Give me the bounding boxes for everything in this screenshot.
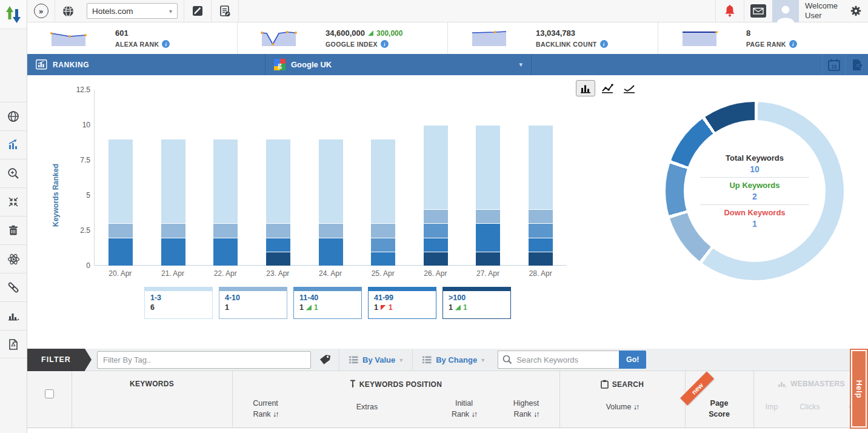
user-avatar[interactable] — [772, 0, 799, 22]
legend-box->100[interactable]: >10011 — [442, 287, 511, 319]
keywords-table-header: KEYWORDS KEYWORDS POSITION Current Rank … — [27, 371, 868, 428]
svg-text:15: 15 — [831, 63, 837, 69]
date-range-button[interactable]: 15 — [822, 54, 845, 75]
divider — [238, 0, 239, 22]
bar-chart-icon — [7, 309, 20, 323]
y-tick-label: 10 — [62, 121, 90, 129]
sidebar-item-backlinks[interactable] — [0, 273, 27, 301]
gear-icon — [849, 4, 863, 18]
highest-rank-column[interactable]: Highest Rank ↓↑ — [493, 398, 559, 420]
stat-backlink-count: 13,034,783 BACKLINK COUNTi — [448, 22, 658, 54]
down-keywords-label: Down Keywords — [700, 208, 809, 217]
info-icon[interactable]: i — [789, 40, 797, 48]
stat-value: 13,034,783 — [536, 29, 608, 38]
bar-chart-toggle[interactable] — [576, 80, 595, 96]
bar-segment-41-99 — [424, 238, 448, 252]
app-logo[interactable] — [0, 0, 27, 29]
stacked-bar[interactable] — [529, 125, 553, 266]
person-silhouette-icon — [775, 4, 796, 22]
y-axis-ticks: 02.557.51012.5 — [62, 90, 90, 266]
sidebar-item-compare[interactable] — [0, 187, 27, 216]
google-index-sparkline — [261, 29, 298, 48]
keywords-donut-chart: Total Keywords 10 Up Keywords 2 Down Key… — [666, 102, 844, 280]
bar-chart-icon — [579, 83, 592, 94]
y-tick-label: 12.5 — [62, 86, 90, 94]
volume-column[interactable]: Volume ↓↑ — [559, 401, 685, 412]
go-button[interactable]: Go! — [619, 351, 646, 369]
sidebar-item-pdf-export[interactable] — [0, 330, 27, 358]
sidebar-item-domains[interactable] — [0, 102, 27, 130]
tag-filter-button[interactable] — [311, 349, 339, 371]
legend-box-11-40[interactable]: 11-4011 — [293, 287, 362, 319]
bar-segment-4-10 — [161, 223, 185, 237]
export-button[interactable] — [845, 54, 868, 75]
sort-icon: ↓↑ — [633, 403, 639, 411]
info-icon[interactable]: i — [162, 40, 170, 48]
keywords-column-header[interactable]: KEYWORDS — [72, 380, 232, 388]
legend-box-4-10[interactable]: 4-101 — [219, 287, 287, 319]
edit-report-button[interactable] — [212, 0, 238, 22]
sidebar-item-keyword-research[interactable] — [0, 159, 27, 187]
bar-segment-1-3 — [476, 125, 500, 209]
notifications-button[interactable] — [716, 0, 744, 22]
page-score-column[interactable]: Page Score — [685, 398, 753, 420]
ranking-panel-icon — [36, 59, 47, 70]
sort-by-change-dropdown[interactable]: By Change ▾ — [413, 349, 494, 371]
bar-segment-41-99 — [529, 238, 553, 252]
settings-button[interactable] — [844, 0, 868, 22]
info-icon[interactable]: i — [600, 40, 608, 48]
stats-row: 601 ALEXA RANKi 34,600,000 300,000 GOOGL… — [27, 22, 868, 54]
expand-menu-button[interactable]: » — [27, 0, 55, 22]
info-icon[interactable]: i — [381, 40, 389, 48]
sort-icon: ↓↑ — [472, 410, 477, 418]
legend-range: >100 — [449, 294, 505, 302]
filter-bar: FILTER By Value ▾ By Change ▾ Go! — [27, 349, 868, 371]
clipboard-icon — [601, 380, 609, 389]
up-triangle-icon — [306, 305, 312, 310]
sidebar-item-ranking[interactable] — [0, 130, 27, 159]
line-chart-toggle[interactable] — [598, 80, 617, 96]
sidebar-item-trash[interactable] — [0, 216, 27, 244]
trend-chart-toggle[interactable] — [619, 80, 639, 96]
page-rank-sparkline — [681, 29, 719, 48]
impressions-column[interactable]: Imp — [755, 401, 789, 412]
stacked-bar[interactable] — [161, 139, 185, 266]
stacked-bar[interactable] — [109, 139, 133, 266]
stacked-bar[interactable] — [476, 125, 500, 266]
chevron-down-icon: ▾ — [399, 357, 402, 363]
stacked-bar[interactable] — [213, 139, 238, 266]
bar-segment-11-40 — [529, 223, 553, 237]
stacked-bar[interactable] — [266, 139, 290, 266]
current-rank-column[interactable]: Current Rank ↓↑ — [232, 398, 299, 420]
x-tick-label: 26. Apr — [409, 269, 462, 278]
x-tick-label: 24. Apr — [304, 269, 357, 278]
envelope-icon — [750, 4, 766, 18]
y-tick-label: 7.5 — [62, 156, 90, 164]
legend-box-41-99[interactable]: 41-9911 — [368, 287, 436, 319]
up-keywords-label: Up Keywords — [700, 181, 809, 190]
site-globe-button[interactable] — [55, 0, 81, 22]
project-select[interactable]: Hotels.com ▾ — [87, 3, 178, 19]
messages-button[interactable] — [744, 0, 772, 22]
select-all-checkbox[interactable] — [45, 389, 54, 398]
clicks-column[interactable]: Clicks — [790, 401, 830, 412]
legend-box-1-3[interactable]: 1-36 — [144, 287, 213, 319]
stacked-bar[interactable] — [424, 125, 448, 266]
help-tab[interactable]: Help — [850, 349, 868, 429]
search-keywords-input[interactable] — [498, 351, 619, 369]
filter-by-tag-input[interactable] — [97, 351, 311, 369]
edit-project-button[interactable] — [184, 0, 211, 22]
ranking-chart-section: Keywords Ranked 02.557.51012.5 20. Apr21… — [27, 75, 868, 349]
stat-page-rank: 8 PAGE RANKi — [658, 22, 868, 54]
sort-by-value-dropdown[interactable]: By Value ▾ — [339, 349, 412, 371]
atom-icon — [7, 252, 21, 266]
sidebar-item-analysis[interactable] — [0, 244, 27, 273]
initial-rank-column[interactable]: Initial Rank ↓↑ — [435, 398, 493, 420]
stacked-bar[interactable] — [371, 139, 395, 266]
legend-value: 1 — [225, 303, 229, 312]
bar-segment-41-99 — [161, 238, 185, 266]
search-engine-select[interactable]: g Google UK ▾ — [265, 59, 531, 70]
rank-arrows-logo-icon — [5, 5, 21, 24]
sidebar-item-reports[interactable] — [0, 301, 27, 330]
stacked-bar[interactable] — [319, 139, 343, 266]
